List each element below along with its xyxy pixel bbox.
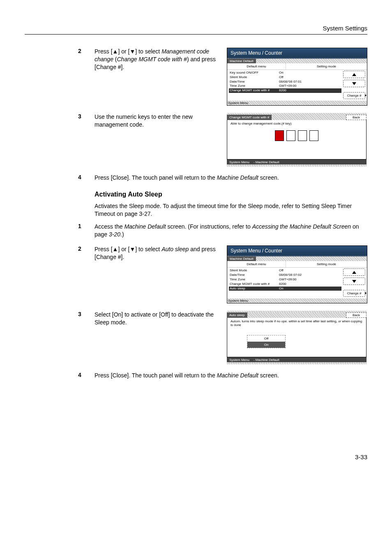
step-text: Select [On] to activate or [Off] to deac…: [95, 311, 227, 326]
t: Change MGMT code with #: [117, 56, 187, 62]
list-item[interactable]: Time ZoneGMT+09:00: [229, 278, 341, 282]
v: Off: [279, 268, 341, 273]
dialog-footer: System Menu - Machine Default: [227, 357, 367, 362]
t: screen. (For instructions, refer to: [166, 223, 252, 230]
foot-2: - Machine Default: [254, 160, 279, 164]
scroll-up-button[interactable]: [343, 268, 365, 276]
tab-machine-default[interactable]: Machine Default: [227, 59, 256, 63]
step-number: 2: [78, 48, 95, 54]
section-header: System Settings: [25, 25, 367, 35]
v: GMT+09:00: [279, 278, 341, 282]
k: Silent Mode: [229, 268, 279, 273]
scroll-down-button[interactable]: [343, 278, 365, 285]
screen-auto-sleep: Auto sleep Back Autom. turns into sleep …: [227, 311, 367, 364]
code-input[interactable]: [231, 130, 363, 141]
list-item[interactable]: Silent ModeOff: [229, 268, 341, 273]
option-on[interactable]: On: [247, 342, 285, 348]
code-digit: [275, 130, 284, 141]
k: Change MGMT code with #: [229, 88, 279, 93]
step-text: Press [▲] or [▼] to select Management co…: [95, 48, 227, 71]
step-text: Press [Close]. The touch panel will retu…: [95, 174, 367, 182]
subsection-title: Activating Auto Sleep: [95, 191, 367, 198]
scroll-up-button[interactable]: [343, 71, 365, 78]
list-item[interactable]: Date/Time08/08/'08 07:01: [229, 80, 341, 84]
k: Time Zone: [229, 278, 279, 282]
dialog-message: Autom. turns into sleep mode if no ope. …: [231, 319, 363, 327]
foot-1: System Menu: [229, 358, 249, 362]
code-digit: [309, 130, 318, 141]
dialog-footer: System Menu - Machine Default: [227, 160, 367, 164]
t: Machine Default: [217, 174, 258, 181]
t: Machine Default: [217, 372, 258, 379]
list-item[interactable]: Time ZoneGMT+09:00: [229, 84, 341, 88]
v: On: [279, 71, 341, 75]
t: .: [150, 210, 152, 217]
dialog-title: Change MGMT code with #: [227, 115, 272, 120]
v: 8200: [279, 88, 341, 93]
k: Change MGMT code with #: [229, 282, 279, 287]
change-button[interactable]: Change #: [343, 290, 365, 297]
t: screen.: [258, 174, 279, 181]
column-headers: Default menu Setting mode: [227, 63, 367, 70]
step-number: 4: [78, 174, 95, 180]
tab-bar: Machine Default: [227, 257, 367, 261]
k: Auto sleep: [229, 287, 279, 291]
foot-2: - Machine Default: [254, 358, 279, 362]
t: Auto sleep: [161, 246, 189, 252]
option-group: Off On: [247, 335, 286, 348]
list-item[interactable]: Key sound ON/OFFOn: [229, 71, 341, 75]
list-item-selected[interactable]: Auto sleepOn: [229, 287, 341, 291]
t: ] to select: [135, 246, 161, 252]
dialog-title: Auto sleep: [227, 312, 247, 318]
k: Time Zone: [229, 84, 279, 88]
page-number: 3-33: [25, 453, 367, 460]
foot-1: System Menu: [229, 160, 249, 164]
t: .): [120, 231, 124, 238]
t: 3-27: [139, 210, 150, 217]
screen-footer: System Menu: [227, 298, 367, 303]
settings-list: Silent ModeOff Date/Time08/08/'08 07:02 …: [229, 268, 341, 297]
t: (: [113, 56, 117, 62]
screen-footer: System Menu: [227, 101, 367, 105]
t: ] to select: [135, 48, 161, 55]
t: Press [Close]. The touch panel will retu…: [95, 372, 217, 379]
v: On: [279, 287, 341, 291]
step-text: Press [Close]. The touch panel will retu…: [95, 372, 367, 379]
t: Press [Close]. The touch panel will retu…: [95, 174, 217, 181]
t: Press [: [95, 246, 113, 252]
list-item[interactable]: Date/Time08/08/'08 07:02: [229, 273, 341, 278]
v: 08/08/'08 07:01: [279, 80, 341, 84]
step-number: 3: [78, 311, 95, 317]
column-headers: Default menu Setting mode: [227, 261, 367, 268]
back-button[interactable]: Back: [346, 115, 367, 120]
list-item[interactable]: Change MGMT code with #8200: [229, 282, 341, 287]
step-number: 3: [78, 113, 95, 120]
t: on page: [115, 210, 139, 217]
k: Date/Time: [229, 273, 279, 278]
step-text: Access the Machine Default screen. (For …: [95, 223, 367, 238]
v: 08/08/'08 07:02: [279, 273, 341, 278]
dialog-message: Able to change management code.(# key): [231, 122, 363, 125]
option-off[interactable]: Off: [247, 335, 285, 342]
list-item[interactable]: Silent ModeOff: [229, 75, 341, 80]
k: Silent Mode: [229, 75, 279, 80]
step-text: Press [▲] or [▼] to select Auto sleep an…: [95, 245, 227, 261]
change-button[interactable]: Change #: [343, 92, 365, 99]
screen-change-code: Change MGMT code with # Back Able to cha…: [227, 113, 367, 166]
step-number: 1: [78, 223, 95, 229]
code-digit: [286, 130, 295, 141]
back-button[interactable]: Back: [346, 312, 367, 318]
k: Date/Time: [229, 80, 279, 84]
t: Activates the Sleep mode. To adjust the …: [95, 203, 302, 209]
code-digit: [298, 130, 307, 141]
t: ] or [: [118, 48, 129, 55]
scroll-down-button[interactable]: [343, 80, 365, 87]
t: Machine Default: [124, 223, 166, 230]
col-setting-mode: Setting mode: [286, 63, 367, 69]
screen-title: System Menu / Counter: [227, 48, 367, 59]
v: 8200: [279, 282, 341, 287]
v: GMT+09:00: [279, 84, 341, 88]
tab-machine-default[interactable]: Machine Default: [227, 257, 256, 261]
list-item-selected[interactable]: Change MGMT code with #8200: [229, 88, 341, 93]
step-number: 4: [78, 372, 95, 378]
